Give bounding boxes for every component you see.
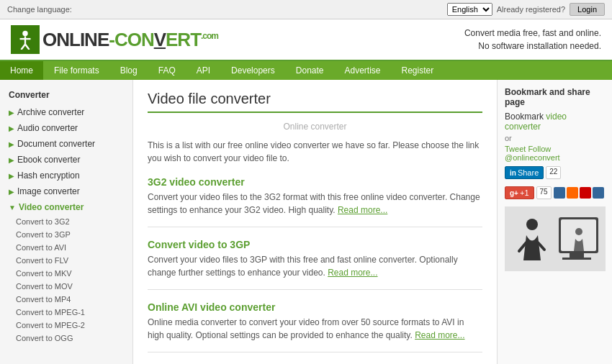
logo[interactable]: ONLINE-CONVERT.com (11, 25, 218, 54)
nav-developers[interactable]: Developers (221, 61, 285, 80)
linkedin-share-button[interactable]: in Share (505, 166, 544, 179)
sidebar-item-audio[interactable]: ▶ Audio converter (0, 120, 132, 136)
converter-desc-avi: Online media converter to convert your v… (148, 316, 482, 342)
arrow-down-icon: ▼ (9, 204, 16, 211)
sidebar-label-ebook: Ebook converter (17, 155, 80, 165)
tweet-line: Tweet Follow @onlineconvert (505, 145, 605, 162)
sidebar-item-video[interactable]: ▼ Video converter (0, 199, 132, 215)
nav-file-formats[interactable]: File formats (44, 61, 109, 80)
online-converter-label: Online converter (148, 122, 482, 132)
svg-rect-7 (570, 253, 584, 258)
converter-desc-3g2: Convert your video files to the 3G2 form… (148, 191, 482, 217)
sidebar-subitem-mov[interactable]: Convert to MOV (0, 280, 132, 293)
page-title: Video file converter (148, 91, 482, 107)
arrow-icon: ▶ (9, 156, 14, 164)
converter-link-3gp[interactable]: Convert video to 3GP (148, 239, 250, 250)
sidebar-subitem-mkv[interactable]: Convert to MKV (0, 267, 132, 280)
bookmark-text: Bookmark video converter (505, 112, 605, 132)
converter-link-3g2[interactable]: 3G2 video converter (148, 176, 245, 188)
nav-faq[interactable]: FAQ (148, 61, 186, 80)
sidebar-label-document: Document converter (17, 139, 95, 149)
logo-convert: CONVERT (114, 29, 201, 50)
main-content: Video file converter Online converter Th… (133, 80, 497, 364)
sidebar-item-archive[interactable]: ▶ Archive converter (0, 104, 132, 120)
top-bar-right: English Already registered? Login (447, 3, 605, 16)
delicious-icon (554, 187, 565, 199)
read-more-3g2[interactable]: Read more... (338, 205, 387, 215)
sidebar-label-hash: Hash encryption (17, 170, 80, 181)
main-nav: Home File formats Blog FAQ API Developer… (0, 61, 612, 80)
content-divider (148, 112, 482, 113)
main-layout: Converter ▶ Archive converter ▶ Audio co… (0, 80, 612, 364)
svg-line-4 (25, 45, 30, 50)
bookmark-title: Bookmark and share page (505, 87, 605, 107)
sidebar-subitem-3g2[interactable]: Convert to 3G2 (0, 215, 132, 228)
sidebar-subitem-mpeg1[interactable]: Convert to MPEG-1 (0, 306, 132, 319)
tagline-line2: No software installation needed. (464, 40, 601, 53)
sidebar-subitem-mpeg2[interactable]: Convert to MPEG-2 (0, 319, 132, 332)
svg-rect-8 (562, 258, 591, 260)
login-button[interactable]: Login (570, 3, 605, 16)
nav-home[interactable]: Home (0, 61, 43, 80)
logo-dash: - (109, 29, 114, 50)
sidebar-label-audio: Audio converter (17, 123, 78, 133)
converter-title-3g2[interactable]: 3G2 video converter (148, 176, 482, 188)
other-social-icons (554, 186, 604, 199)
gplus-icon: g+ (510, 189, 518, 197)
sidebar-subitem-ogg[interactable]: Convert to OGG (0, 332, 132, 345)
language-select[interactable]: English (447, 3, 492, 16)
sidebar-label-image: Image converter (17, 186, 80, 196)
sidebar-subitem-flv[interactable]: Convert to FLV (0, 254, 132, 267)
converter-item-3g2: 3G2 video converter Convert your video f… (148, 176, 482, 227)
svg-point-12 (575, 228, 582, 235)
gplus-count: 75 (536, 186, 552, 199)
gplus-button[interactable]: g+ +1 (505, 186, 534, 199)
right-panel: Bookmark and share page Bookmark video c… (497, 80, 612, 364)
sidebar-item-image[interactable]: ▶ Image converter (0, 183, 132, 199)
logo-online: ONLINE (42, 29, 109, 50)
converter-desc-3gp: Convert your video files to 3GP with thi… (148, 253, 482, 279)
gplus-buttons: g+ +1 75 (505, 186, 605, 199)
top-bar: Change language: English Already registe… (0, 0, 612, 19)
linkedin-label: Share (518, 168, 539, 177)
nav-donate[interactable]: Donate (286, 61, 334, 80)
nav-register[interactable]: Register (392, 61, 444, 80)
stumble-icon (580, 187, 591, 199)
nav-blog[interactable]: Blog (110, 61, 148, 80)
header-tagline: Convert media free, fast and online. No … (464, 27, 601, 53)
arrow-icon: ▶ (9, 140, 14, 148)
sidebar-item-hash[interactable]: ▶ Hash encryption (0, 168, 132, 183)
converter-title-3gp[interactable]: Convert video to 3GP (148, 239, 482, 250)
converter-title-avi[interactable]: Online AVI video converter (148, 301, 482, 313)
arrow-icon: ▶ (9, 188, 14, 196)
sidebar: Converter ▶ Archive converter ▶ Audio co… (0, 80, 133, 364)
linkedin-icon: in (510, 169, 516, 177)
sidebar-subitem-mp4[interactable]: Convert to MP4 (0, 293, 132, 306)
sidebar-subitem-3gp[interactable]: Convert to 3GP (0, 228, 132, 241)
intro-text: This is a list with our free online vide… (148, 139, 482, 165)
arrow-icon: ▶ (9, 109, 14, 117)
svg-line-3 (21, 45, 25, 50)
nav-advertise[interactable]: Advertise (335, 61, 391, 80)
sidebar-item-ebook[interactable]: ▶ Ebook converter (0, 152, 132, 168)
arrow-icon: ▶ (9, 124, 14, 132)
silhouette-illustration (505, 206, 606, 271)
linkedin-count: 22 (546, 166, 561, 179)
logo-figure-icon (15, 29, 35, 50)
silhouette-svg (505, 206, 606, 271)
svg-point-9 (526, 219, 538, 230)
read-more-3gp[interactable]: Read more... (328, 268, 377, 278)
or-text: or (505, 134, 605, 142)
reddit-icon (567, 187, 578, 199)
nav-api[interactable]: API (186, 61, 220, 80)
sidebar-item-document[interactable]: ▶ Document converter (0, 136, 132, 152)
sidebar-label-archive: Archive converter (17, 107, 84, 117)
sidebar-subitem-avi[interactable]: Convert to AVI (0, 241, 132, 254)
gplus-label: +1 (520, 188, 529, 197)
tagline-line1: Convert media free, fast and online. (464, 27, 601, 40)
converter-link-avi[interactable]: Online AVI video converter (148, 301, 275, 313)
read-more-avi[interactable]: Read more... (415, 330, 464, 340)
converter-item-avi: Online AVI video converter Online media … (148, 301, 482, 352)
sidebar-title: Converter (0, 87, 132, 104)
arrow-icon: ▶ (9, 172, 14, 180)
